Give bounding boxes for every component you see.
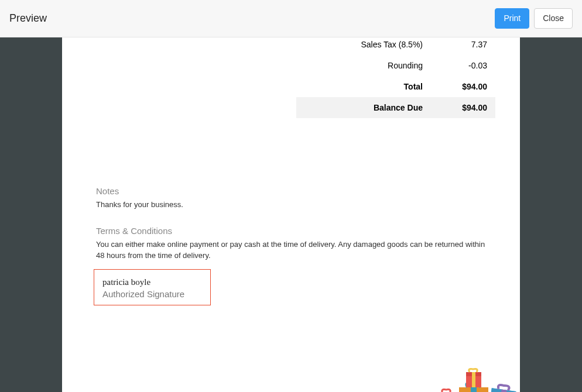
svg-rect-9 — [471, 387, 477, 392]
value-sales-tax: 7.37 — [440, 40, 487, 49]
terms-heading: Terms & Conditions — [96, 226, 486, 236]
terms-body: You can either make online payment or pa… — [96, 239, 486, 262]
row-total: Total $94.00 — [296, 76, 495, 97]
svg-rect-12 — [472, 372, 475, 387]
value-total: $94.00 — [440, 82, 487, 91]
close-button[interactable]: Close — [534, 8, 573, 28]
row-rounding: Rounding -0.03 — [296, 55, 495, 76]
notes-section: Notes Thanks for your business. — [96, 186, 486, 211]
terms-section: Terms & Conditions You can either make o… — [96, 226, 486, 262]
notes-heading: Notes — [96, 186, 486, 196]
label-balance-due: Balance Due — [304, 103, 440, 112]
notes-body: Thanks for your business. — [96, 200, 486, 211]
totals-table: Sales Tax (8.5%) 7.37 Rounding -0.03 Tot… — [296, 37, 495, 118]
invoice-page: Sales Tax (8.5%) 7.37 Rounding -0.03 Tot… — [62, 37, 520, 392]
label-sales-tax: Sales Tax (8.5%) — [304, 40, 440, 49]
preview-title: Preview — [9, 12, 47, 25]
header-actions: Print Close — [495, 8, 573, 28]
label-rounding: Rounding — [304, 61, 440, 70]
document-viewport: Sales Tax (8.5%) 7.37 Rounding -0.03 Tot… — [0, 37, 582, 392]
signature-name: patricia boyle — [102, 278, 202, 287]
value-balance-due: $94.00 — [440, 103, 487, 112]
signature-label: Authorized Signature — [102, 289, 202, 299]
signature-box: patricia boyle Authorized Signature — [94, 269, 211, 305]
label-total: Total — [304, 82, 440, 91]
row-balance-due: Balance Due $94.00 — [296, 97, 495, 118]
print-button[interactable]: Print — [495, 8, 529, 28]
row-sales-tax: Sales Tax (8.5%) 7.37 — [296, 37, 495, 55]
value-rounding: -0.03 — [440, 61, 487, 70]
gifts-illustration-icon — [432, 364, 520, 392]
preview-header: Preview Print Close — [0, 0, 582, 37]
